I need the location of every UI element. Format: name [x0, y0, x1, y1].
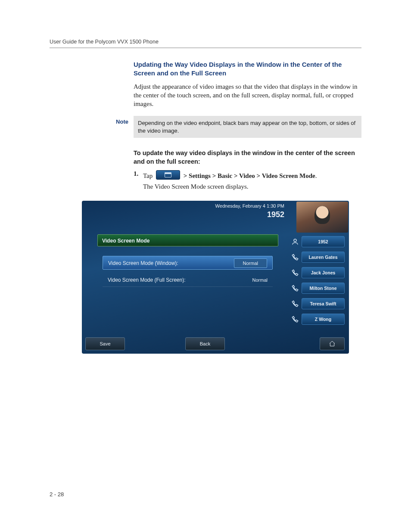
setting-row-window[interactable]: Video Screen Mode (Window): Normal — [103, 256, 273, 270]
back-softkey[interactable]: Back — [185, 337, 225, 350]
speed-dial-label: Milton Stone — [302, 283, 345, 294]
phone-screenshot: Wednesday, February 4 1:30 PM 1952 Video… — [82, 201, 349, 354]
intro-paragraph: Adjust the appearance of video images so… — [134, 82, 361, 109]
speed-dial-item[interactable]: Z Wong — [289, 314, 345, 325]
save-softkey[interactable]: Save — [85, 337, 125, 350]
speed-dial-label: Teresa Swift — [302, 298, 345, 309]
step-period: . — [315, 172, 317, 179]
self-line-icon — [291, 238, 299, 246]
step-1: 1. Tap > Settings > Basic > Video > Vide… — [134, 170, 361, 180]
speed-dial-item[interactable]: Milton Stone — [289, 283, 345, 294]
speed-dial-icon — [291, 253, 299, 261]
self-view-video — [296, 202, 348, 233]
section-title: Updating the Way Video Displays in the W… — [134, 60, 361, 78]
speed-dial-icon — [291, 269, 299, 277]
speed-dial-item[interactable]: Jack Jones — [289, 267, 345, 278]
phone-datetime: Wednesday, February 4 1:30 PM — [215, 203, 284, 208]
speed-dial-icon — [291, 315, 299, 323]
speed-dial-icon — [291, 300, 299, 308]
speed-dial-label: Lauren Gates — [302, 252, 345, 263]
setting-label: Video Screen Mode (Full Screen): — [108, 273, 186, 286]
softkey-bar: Save Back — [85, 337, 346, 350]
step-follow-text: The Video Screen Mode screen displays. — [143, 183, 361, 190]
phone-extension: 1952 — [267, 210, 284, 219]
home-icon — [329, 340, 336, 347]
running-header: User Guide for the Polycom VVX 1500 Phon… — [50, 39, 361, 48]
setting-row-fullscreen[interactable]: Video Screen Mode (Full Screen): Normal — [103, 273, 273, 287]
speed-dial-column: 1952 Lauren Gates Jack Jones Milton Ston… — [289, 236, 345, 329]
procedure-column: To update the way video displays in the … — [134, 149, 361, 190]
screen-title-bar: Video Screen Mode — [97, 234, 278, 246]
step-tap-word: Tap — [143, 172, 153, 179]
step-number: 1. — [134, 170, 143, 177]
note-block: Note Depending on the video endpoint, bl… — [50, 116, 361, 138]
menu-icon — [156, 170, 180, 180]
speed-dial-item[interactable]: Teresa Swift — [289, 298, 345, 309]
content-column: Updating the Way Video Displays in the W… — [134, 60, 361, 108]
page-number: 2 - 28 — [50, 491, 64, 498]
speed-dial-icon — [291, 284, 299, 292]
setting-value[interactable]: Normal — [234, 258, 267, 268]
home-button[interactable] — [320, 337, 345, 350]
speed-dial-self[interactable]: 1952 — [289, 236, 345, 247]
speed-dial-label: Z Wong — [302, 314, 345, 325]
setting-label: Video Screen Mode (Window): — [108, 256, 178, 269]
step-menu-path: > Settings > Basic > Video > Video Scree… — [184, 172, 315, 179]
step-body: Tap > Settings > Basic > Video > Video S… — [143, 170, 361, 180]
manual-page: User Guide for the Polycom VVX 1500 Phon… — [0, 0, 411, 532]
svg-point-0 — [294, 239, 296, 242]
procedure-heading: To update the way video displays in the … — [134, 149, 361, 166]
note-label: Note — [50, 116, 134, 125]
note-text: Depending on the video endpoint, black b… — [134, 116, 361, 138]
setting-value: Normal — [252, 273, 268, 286]
speed-dial-item[interactable]: Lauren Gates — [289, 252, 345, 263]
speed-dial-label: 1952 — [302, 236, 345, 247]
speed-dial-label: Jack Jones — [302, 267, 345, 278]
